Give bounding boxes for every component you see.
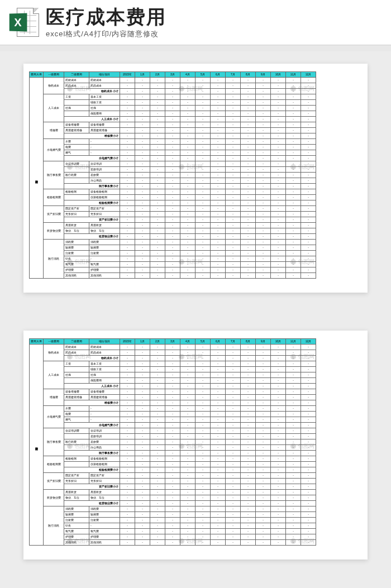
- value-cell: [271, 145, 286, 150]
- value-cell: [180, 540, 196, 546]
- subtotal-value-cell: [211, 400, 226, 406]
- value-cell: [241, 445, 256, 451]
- value-cell: [135, 479, 150, 484]
- value-cell: [271, 195, 286, 200]
- subtotal-value-cell: [286, 234, 301, 240]
- value-cell: [271, 228, 286, 234]
- value-cell: [211, 367, 226, 372]
- detail-cell: -: [89, 417, 120, 423]
- subtotal-value-cell: [120, 484, 135, 490]
- table-row: 水电燃气费水费-: [30, 406, 316, 412]
- subtotal-value-cell: [180, 501, 196, 506]
- value-cell: [226, 417, 241, 423]
- value-cell: [211, 490, 226, 495]
- value-cell: [211, 462, 226, 467]
- subtotal-value-cell: [271, 423, 286, 428]
- value-cell: [226, 189, 241, 195]
- value-cell: [120, 439, 135, 445]
- value-cell: [301, 534, 316, 540]
- value-cell: [180, 473, 196, 479]
- value-cell: [256, 262, 271, 267]
- detail-cell: 基本工资: [89, 361, 120, 367]
- table-row: 差旅培训: [30, 434, 316, 439]
- value-cell: [226, 350, 241, 356]
- subtotal-value-cell: [271, 133, 286, 139]
- value-cell: [211, 267, 226, 273]
- value-cell: [135, 139, 150, 145]
- level2-cell: 社保: [64, 106, 89, 111]
- value-cell: [271, 106, 286, 111]
- value-cell: [256, 228, 271, 234]
- subtotal-value-cell: [165, 384, 180, 389]
- subtotal-value-cell: [256, 133, 271, 139]
- value-cell: [120, 495, 135, 501]
- subtotal-value-cell: [301, 356, 316, 361]
- subtotal-value-cell: [196, 234, 211, 240]
- value-cell: [196, 173, 211, 178]
- value-cell: [150, 228, 165, 234]
- subtotal-value-cell: [135, 89, 150, 94]
- level2-cell: [64, 111, 89, 117]
- value-cell: [271, 78, 286, 83]
- value-cell: [226, 173, 241, 178]
- subtotal-value-cell: [120, 451, 135, 456]
- value-cell: [211, 479, 226, 484]
- value-cell: [211, 173, 226, 178]
- subtotal-value-cell: [150, 356, 165, 361]
- group-cell: 资产折旧费: [44, 473, 64, 490]
- table-row: 护理费护理费: [30, 534, 316, 540]
- value-cell: [271, 212, 286, 217]
- value-cell: [241, 206, 256, 212]
- value-cell: [120, 345, 135, 350]
- column-header: 2015年: [120, 72, 135, 78]
- value-cell: [256, 161, 271, 167]
- group-cell: 维修费: [44, 122, 64, 139]
- subtotal-value-cell: [165, 451, 180, 456]
- column-header: 10月: [271, 339, 286, 345]
- value-cell: [135, 128, 150, 133]
- value-cell: [120, 240, 135, 245]
- value-cell: [271, 251, 286, 256]
- value-cell: [120, 367, 135, 372]
- subtotal-value-cell: [180, 156, 196, 161]
- value-cell: [196, 406, 211, 412]
- value-cell: [196, 150, 211, 156]
- subtotal-value-cell: [180, 89, 196, 94]
- table-row: 人工成本工资基本工资: [30, 361, 316, 367]
- value-cell: [165, 145, 180, 150]
- value-cell: [180, 534, 196, 540]
- value-cell: [241, 378, 256, 384]
- detail-cell: 差旅费: [89, 173, 120, 178]
- value-cell: [286, 412, 301, 417]
- detail-cell: 药材成本: [89, 345, 120, 350]
- value-cell: [286, 534, 301, 540]
- value-cell: [165, 434, 180, 439]
- value-cell: [256, 350, 271, 356]
- value-cell: [150, 495, 165, 501]
- value-cell: [271, 206, 286, 212]
- value-cell: [271, 273, 286, 279]
- value-cell: [256, 223, 271, 228]
- value-cell: [165, 189, 180, 195]
- value-cell: [196, 212, 211, 217]
- value-cell: [120, 83, 135, 89]
- subtotal-value-cell: [241, 156, 256, 161]
- value-cell: [120, 251, 135, 256]
- value-cell: [150, 534, 165, 540]
- value-cell: [271, 223, 286, 228]
- value-cell: [256, 462, 271, 467]
- subtotal-value-cell: [211, 117, 226, 122]
- value-cell: [120, 178, 135, 184]
- value-cell: [211, 150, 226, 156]
- value-cell: [165, 378, 180, 384]
- value-cell: [120, 94, 135, 100]
- level2-cell: [64, 178, 89, 184]
- value-cell: [211, 228, 226, 234]
- value-cell: [256, 178, 271, 184]
- level2-cell: 工资: [64, 361, 89, 367]
- value-cell: [301, 251, 316, 256]
- value-cell: [135, 150, 150, 156]
- value-cell: [135, 161, 150, 167]
- value-cell: [226, 479, 241, 484]
- value-cell: [196, 395, 211, 400]
